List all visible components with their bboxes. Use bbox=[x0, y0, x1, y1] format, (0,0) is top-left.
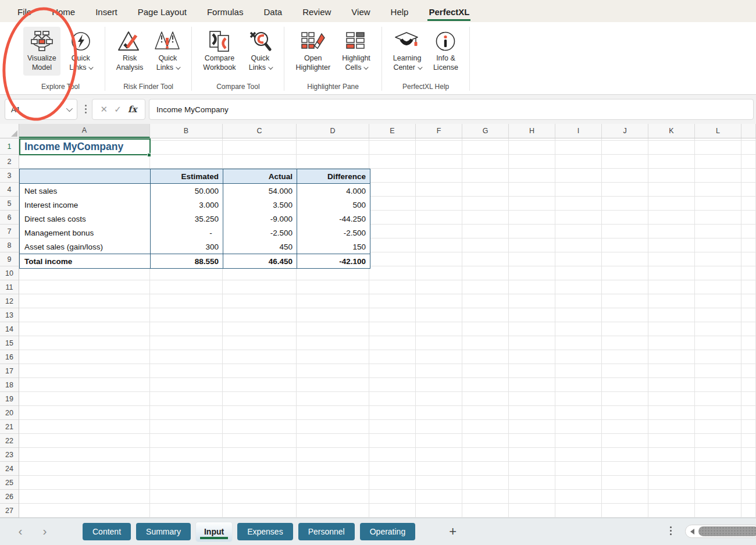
table-cell[interactable]: 54.000 bbox=[223, 184, 297, 198]
table-cell[interactable]: Actual bbox=[223, 169, 297, 183]
row-header-25[interactable]: 25 bbox=[0, 476, 19, 490]
row-header-12[interactable]: 12 bbox=[0, 294, 19, 308]
menu-tab-review[interactable]: Review bbox=[301, 2, 332, 21]
visualize-model-button[interactable]: Visualize Model bbox=[23, 27, 60, 76]
row-header-27[interactable]: 27 bbox=[0, 504, 19, 518]
column-header-h[interactable]: H bbox=[509, 124, 555, 138]
sheet-tab-content[interactable]: Content bbox=[83, 523, 131, 540]
column-header-d[interactable]: D bbox=[297, 124, 369, 138]
table-cell[interactable]: -42.100 bbox=[297, 254, 370, 268]
info-license-button[interactable]: Info & License bbox=[429, 27, 462, 76]
prev-sheet-button[interactable]: ‹ bbox=[13, 524, 28, 538]
formula-input[interactable]: Income MyCompany bbox=[149, 99, 754, 120]
table-cell[interactable]: -44.250 bbox=[297, 212, 370, 226]
menu-tab-insert[interactable]: Insert bbox=[94, 2, 119, 21]
table-cell[interactable]: 450 bbox=[223, 240, 297, 254]
horizontal-scrollbar[interactable] bbox=[685, 525, 756, 538]
row-header-19[interactable]: 19 bbox=[0, 392, 19, 406]
column-header-j[interactable]: J bbox=[602, 124, 648, 138]
table-cell[interactable]: Difference bbox=[297, 169, 370, 183]
table-cell[interactable]: 88.550 bbox=[151, 254, 223, 268]
row-header-23[interactable]: 23 bbox=[0, 448, 19, 462]
row-header-10[interactable]: 10 bbox=[0, 266, 19, 280]
table-cell[interactable]: 150 bbox=[297, 240, 370, 254]
column-header-b[interactable]: B bbox=[150, 124, 223, 138]
column-header-a[interactable]: A bbox=[19, 124, 150, 138]
column-header-c[interactable]: C bbox=[223, 124, 297, 138]
row-header-26[interactable]: 26 bbox=[0, 490, 19, 504]
name-box[interactable]: A1 bbox=[5, 99, 77, 120]
row-header-11[interactable]: 11 bbox=[0, 280, 19, 294]
row-header-13[interactable]: 13 bbox=[0, 308, 19, 322]
column-header-f[interactable]: F bbox=[416, 124, 462, 138]
row-header-16[interactable]: 16 bbox=[0, 350, 19, 364]
row-header-21[interactable]: 21 bbox=[0, 420, 19, 434]
add-sheet-button[interactable]: + bbox=[449, 524, 457, 539]
open-highlighter-button[interactable]: Open Highlighter bbox=[291, 27, 334, 76]
row-header-2[interactable]: 2 bbox=[0, 155, 19, 169]
spreadsheet-grid[interactable]: 1234567891011121314151617181920212223242… bbox=[0, 138, 756, 518]
column-header-k[interactable]: K bbox=[648, 124, 695, 138]
table-cell[interactable]: Direct sales costs bbox=[20, 212, 151, 226]
row-header-9[interactable]: 9 bbox=[0, 252, 19, 266]
table-cell[interactable] bbox=[20, 169, 151, 183]
table-cell[interactable]: - bbox=[151, 226, 223, 240]
row-header-22[interactable]: 22 bbox=[0, 434, 19, 448]
scroll-left-icon[interactable] bbox=[690, 529, 694, 535]
chevron-down-icon[interactable] bbox=[66, 105, 73, 112]
compare-quick-links-button[interactable]: Quick Links bbox=[243, 27, 277, 76]
sheet-tab-personnel[interactable]: Personnel bbox=[298, 523, 355, 540]
table-cell[interactable]: 4.000 bbox=[297, 184, 370, 198]
table-cell[interactable]: Asset sales (gain/loss) bbox=[20, 240, 151, 254]
cancel-icon[interactable]: ✕ bbox=[101, 104, 108, 115]
table-cell[interactable]: 46.450 bbox=[223, 254, 297, 268]
row-header-15[interactable]: 15 bbox=[0, 336, 19, 350]
menu-tab-formulas[interactable]: Formulas bbox=[206, 2, 245, 21]
table-cell[interactable]: Estimated bbox=[151, 169, 223, 183]
highlight-cells-button[interactable]: Highlight Cells bbox=[338, 27, 375, 76]
row-header-1[interactable]: 1 bbox=[0, 138, 19, 155]
table-cell[interactable]: 300 bbox=[151, 240, 223, 254]
row-header-6[interactable]: 6 bbox=[0, 211, 19, 225]
column-header-e[interactable]: E bbox=[369, 124, 416, 138]
table-cell[interactable]: -2.500 bbox=[223, 226, 297, 240]
sheet-tab-expenses[interactable]: Expenses bbox=[237, 523, 293, 540]
insert-function-icon[interactable]: fx bbox=[128, 104, 137, 115]
formula-bar-handle-icon[interactable] bbox=[85, 105, 87, 113]
menu-tab-perfectxl[interactable]: PerfectXL bbox=[427, 2, 470, 21]
table-cell[interactable]: 3.000 bbox=[151, 198, 223, 212]
select-all-button[interactable] bbox=[0, 124, 19, 138]
row-header-14[interactable]: 14 bbox=[0, 322, 19, 336]
row-header-7[interactable]: 7 bbox=[0, 225, 19, 238]
next-sheet-button[interactable]: › bbox=[37, 524, 52, 538]
table-cell[interactable]: Total income bbox=[20, 254, 151, 268]
menu-tab-view[interactable]: View bbox=[350, 2, 371, 21]
row-header-17[interactable]: 17 bbox=[0, 364, 19, 378]
row-header-3[interactable]: 3 bbox=[0, 169, 19, 183]
table-cell[interactable]: Management bonus bbox=[20, 226, 151, 240]
menu-tab-home[interactable]: Home bbox=[51, 2, 76, 21]
row-header-5[interactable]: 5 bbox=[0, 197, 19, 211]
learning-center-button[interactable]: Learning Center bbox=[389, 27, 426, 76]
row-header-8[interactable]: 8 bbox=[0, 238, 19, 252]
scrollbar-thumb[interactable] bbox=[698, 526, 756, 536]
sheet-tab-summary[interactable]: Summary bbox=[136, 523, 191, 540]
table-cell[interactable]: 35.250 bbox=[151, 212, 223, 226]
menu-tab-file[interactable]: File bbox=[16, 2, 33, 21]
menu-tab-data[interactable]: Data bbox=[262, 2, 283, 21]
risk-quick-links-button[interactable]: Quick Links bbox=[151, 27, 184, 76]
column-header-l[interactable]: L bbox=[695, 124, 741, 138]
menu-tab-page-layout[interactable]: Page Layout bbox=[137, 2, 188, 21]
column-header-partial[interactable] bbox=[741, 124, 756, 138]
row-header-18[interactable]: 18 bbox=[0, 378, 19, 392]
column-header-i[interactable]: I bbox=[555, 124, 602, 138]
table-cell[interactable]: 3.500 bbox=[223, 198, 297, 212]
fill-handle[interactable] bbox=[147, 153, 151, 157]
row-header-20[interactable]: 20 bbox=[0, 406, 19, 420]
table-cell[interactable]: 500 bbox=[297, 198, 370, 212]
tabbar-options-icon[interactable] bbox=[670, 526, 672, 535]
row-header-24[interactable]: 24 bbox=[0, 462, 19, 476]
enter-icon[interactable]: ✓ bbox=[114, 104, 122, 115]
risk-analysis-button[interactable]: Risk Analysis bbox=[112, 27, 148, 76]
sheet-tab-input[interactable]: Input bbox=[196, 522, 232, 542]
